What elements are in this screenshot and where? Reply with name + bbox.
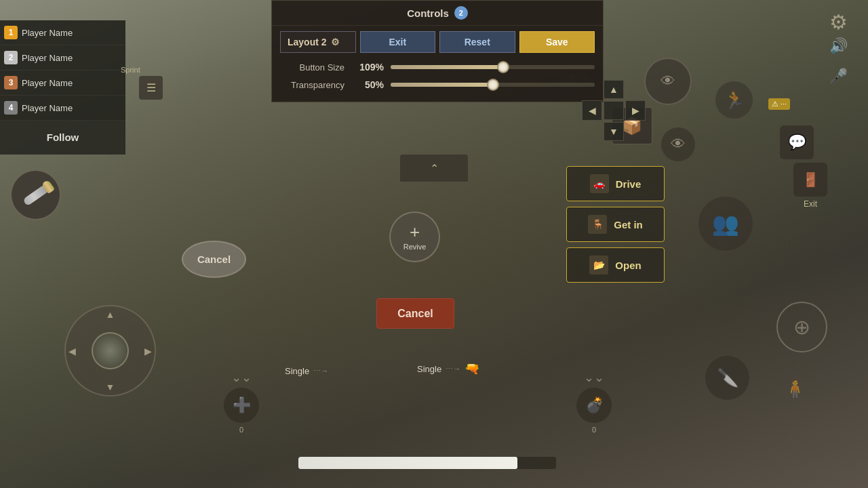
grenade-chevron: ⌄⌄ xyxy=(584,370,604,385)
grenade-count: 0 xyxy=(592,426,596,434)
gear-icon: ⚙ xyxy=(331,37,340,47)
fire-indicator-right: Single ⋯→ 🔫 xyxy=(417,361,479,376)
pistol-icon: 🔫 xyxy=(465,361,479,376)
revive-button[interactable]: + Revive xyxy=(389,211,440,262)
fire-single-right-label: Single xyxy=(417,364,441,374)
get-in-icon: 🪑 xyxy=(588,215,607,234)
joystick-arrows: ▲ ▼ ◀ ▶ xyxy=(66,306,155,395)
team-icon[interactable]: 👥 xyxy=(698,197,753,251)
joystick[interactable]: ▲ ▼ ◀ ▶ xyxy=(64,305,156,396)
player-item-4[interactable]: 4 Player Name xyxy=(0,96,125,121)
joystick-down-arrow: ▼ xyxy=(106,382,115,392)
controls-toolbar: Layout 2 ⚙ Exit Reset Save xyxy=(272,26,603,58)
grenade-icon[interactable]: 💣 xyxy=(576,388,612,423)
medkit-indicator: ⌄⌄ ➕ 0 xyxy=(224,370,259,434)
save-button[interactable]: Save xyxy=(519,31,595,53)
revive-label: Revive xyxy=(403,243,427,251)
list-icon[interactable]: ☰ xyxy=(139,76,163,100)
layout-label: Layout 2 xyxy=(288,37,327,47)
drive-button[interactable]: 🚗 Drive xyxy=(566,166,665,201)
transparency-label: Transparency xyxy=(280,80,344,90)
player-item-1[interactable]: 1 Player Name xyxy=(0,20,125,45)
medkit-icon[interactable]: ➕ xyxy=(224,388,259,423)
drive-icon: 🚗 xyxy=(590,174,609,193)
run-icon[interactable]: 🏃 xyxy=(715,81,753,119)
fire-single-left-label: Single xyxy=(285,366,309,376)
exit-right-button[interactable]: 🚪 Exit xyxy=(793,163,827,209)
health-fill xyxy=(298,457,517,469)
volume-icon[interactable]: 🔊 xyxy=(829,37,848,55)
revive-plus-icon: + xyxy=(410,223,420,241)
dpad-up[interactable]: ▲ xyxy=(604,80,624,99)
controls-badge: 2 xyxy=(454,6,468,20)
player-number-2: 2 xyxy=(4,51,18,64)
eye-icon[interactable]: 👁 xyxy=(661,127,695,161)
open-label: Open xyxy=(615,260,641,271)
transparency-value: 50% xyxy=(351,79,384,90)
player-item-2[interactable]: 2 Player Name xyxy=(0,45,125,70)
layout-button[interactable]: Layout 2 ⚙ xyxy=(280,31,356,53)
cancel-big-button[interactable]: Cancel xyxy=(182,241,246,278)
joystick-right-arrow: ▶ xyxy=(144,346,152,357)
cancel-red-button[interactable]: Cancel xyxy=(376,298,454,329)
grenade-indicator: ⌄⌄ 💣 0 xyxy=(576,370,612,434)
get-in-label: Get in xyxy=(614,219,643,230)
controls-header: Controls 2 xyxy=(272,1,603,26)
drive-label: Drive xyxy=(616,178,642,190)
exit-right-label: Exit xyxy=(804,199,817,209)
joystick-up-arrow: ▲ xyxy=(106,309,115,320)
scope-icon[interactable]: 👁 xyxy=(644,58,692,105)
chevron-up[interactable]: ⌃ xyxy=(400,155,468,182)
warning-icon: ⚠ ··· xyxy=(768,98,790,110)
dpad-left[interactable]: ◀ xyxy=(582,100,602,121)
vehicle-action-buttons: 🚗 Drive 🪑 Get in 📂 Open xyxy=(566,166,665,283)
button-size-label: Button Size xyxy=(280,62,344,73)
settings-icon[interactable]: ⚙ xyxy=(829,10,848,34)
button-size-row: Button Size 109% xyxy=(272,58,603,76)
exit-button[interactable]: Exit xyxy=(360,31,436,53)
player-number-4: 4 xyxy=(4,101,18,115)
bullet-circle xyxy=(10,169,61,220)
player-number-1: 1 xyxy=(4,26,18,39)
dpad-right[interactable]: ▶ xyxy=(625,100,646,121)
player-item-3[interactable]: 3 Player Name xyxy=(0,70,125,96)
bullet-icon xyxy=(22,184,50,206)
mic-icon[interactable]: 🎤 xyxy=(829,68,848,85)
open-button[interactable]: 📂 Open xyxy=(566,247,665,283)
fire-arrows-right: ⋯→ xyxy=(446,365,460,373)
player-name-4: Player Name xyxy=(22,103,73,113)
player-number-3: 3 xyxy=(4,76,18,89)
player-list: 1 Player Name 2 Player Name 3 Player Nam… xyxy=(0,20,125,155)
transparency-row: Transparency 50% xyxy=(272,76,603,94)
button-size-slider[interactable] xyxy=(391,65,595,69)
cancel-big-label: Cancel xyxy=(197,253,231,265)
player-name-3: Player Name xyxy=(22,78,73,88)
controls-title: Controls xyxy=(407,7,449,19)
follow-button[interactable]: Follow xyxy=(0,121,125,155)
transparency-slider[interactable] xyxy=(391,83,595,87)
player-name-1: Player Name xyxy=(22,28,73,38)
sprint-label: Sprint xyxy=(121,66,140,74)
health-bar xyxy=(298,457,556,469)
player-name-2: Player Name xyxy=(22,53,73,63)
knife-icon[interactable]: 🔪 xyxy=(705,356,749,400)
chat-icon[interactable]: 💬 xyxy=(780,125,814,159)
prone-icon[interactable]: 🧍 xyxy=(783,378,807,400)
cancel-red-label: Cancel xyxy=(397,308,433,320)
dpad-down[interactable]: ▼ xyxy=(604,122,624,141)
scope-crosshair[interactable]: ⊕ xyxy=(776,302,827,352)
fire-indicator-left: Single ⋯→ xyxy=(285,366,328,376)
open-icon: 📂 xyxy=(589,256,608,274)
joystick-left-arrow: ◀ xyxy=(68,346,76,357)
medkit-count: 0 xyxy=(239,426,243,434)
fire-arrows-left: ⋯→ xyxy=(313,367,328,375)
exit-right-icon: 🚪 xyxy=(793,163,827,197)
reset-button[interactable]: Reset xyxy=(439,31,515,53)
button-size-value: 109% xyxy=(351,62,384,73)
controls-panel: Controls 2 Layout 2 ⚙ Exit Reset Save Bu… xyxy=(271,0,604,102)
medkit-chevron: ⌄⌄ xyxy=(231,370,252,385)
get-in-button[interactable]: 🪑 Get in xyxy=(566,207,665,242)
